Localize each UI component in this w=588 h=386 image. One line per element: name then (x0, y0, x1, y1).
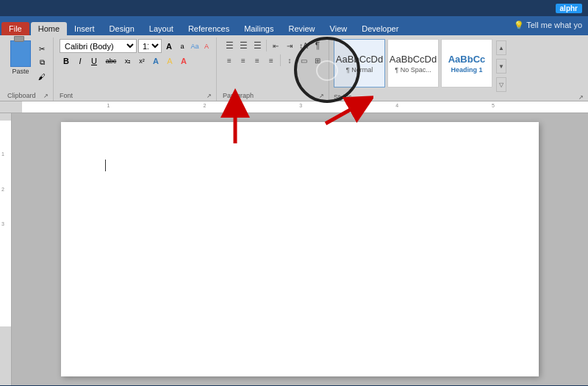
clear-formatting-button[interactable]: A (201, 40, 212, 52)
styles-more[interactable]: ▽ (496, 77, 506, 92)
document-area: 1 2 3 (0, 113, 588, 385)
text-effects-button[interactable]: A (149, 54, 162, 68)
sort-button[interactable]: ↕A (297, 39, 310, 52)
highlight-button[interactable]: A (163, 54, 176, 68)
justify-button[interactable]: ≡ (265, 54, 278, 67)
tab-references[interactable]: References (181, 22, 237, 35)
tell-me-bar[interactable]: 💡 Tell me what yo (514, 21, 582, 30)
tab-layout[interactable]: Layout (142, 22, 181, 35)
clipboard-expand-icon[interactable]: ↗ (43, 93, 49, 99)
tab-review[interactable]: Review (282, 22, 323, 35)
italic-button[interactable]: I (74, 54, 87, 68)
multilevel-button[interactable]: ☰ (251, 39, 264, 52)
paragraph-expand-icon[interactable]: ↗ (319, 93, 324, 99)
tab-file[interactable]: File (1, 22, 29, 35)
paragraph-group: ☰ ☰ ☰ ⇤ ⇥ ↕A ¶ ≡ ≡ ≡ ≡ ↕ ▭ ⊞ Paragraph (218, 37, 329, 101)
strikethrough-button[interactable]: abc (101, 54, 121, 68)
styles-scroll-up[interactable]: ▲ (496, 40, 506, 55)
paste-button[interactable]: Paste (7, 39, 34, 76)
font-color-button[interactable]: A (177, 54, 190, 68)
styles-expand-icon[interactable]: ↗ (578, 94, 584, 101)
tab-mailings[interactable]: Mailings (237, 22, 281, 35)
align-left-button[interactable]: ≡ (223, 54, 236, 67)
brand-badge: alphr (556, 4, 582, 13)
tab-view[interactable]: View (323, 22, 355, 35)
font-group: Calibri (Body) 11 A a Aa A B I U abc x₂ … (55, 37, 217, 101)
font-name-select[interactable]: Calibri (Body) (60, 39, 137, 53)
align-right-button[interactable]: ≡ (251, 54, 264, 67)
tab-insert[interactable]: Insert (67, 22, 102, 35)
bullets-button[interactable]: ☰ (223, 39, 236, 52)
styles-scroll-down[interactable]: ▼ (496, 59, 506, 74)
styles-group: AaBbCcDd ¶ Normal AaBbCcDd ¶ No Spac... … (331, 37, 585, 101)
style-heading1[interactable]: AaBbCc Heading 1 (441, 39, 492, 87)
underline-button[interactable]: U (87, 54, 101, 68)
font-expand-icon[interactable]: ↗ (207, 93, 212, 99)
format-painter-button[interactable]: 🖌 (35, 70, 49, 83)
ruler-vertical: 1 2 3 (0, 113, 12, 385)
bold-button[interactable]: B (60, 54, 73, 68)
align-center-button[interactable]: ≡ (237, 54, 250, 67)
tab-home[interactable]: Home (31, 22, 67, 35)
clipboard-group: Paste ✂ ⧉ 🖌 Clipboard ↗ (3, 37, 54, 101)
increase-indent-button[interactable]: ⇥ (283, 39, 296, 52)
show-paragraph-button[interactable]: ¶ (311, 39, 324, 52)
font-size-select[interactable]: 11 (138, 39, 162, 53)
font-size-up-button[interactable]: A (163, 40, 175, 52)
style-normal[interactable]: AaBbCcDd ¶ Normal (334, 39, 385, 87)
decrease-indent-button[interactable]: ⇤ (269, 39, 282, 52)
tab-design[interactable]: Design (102, 22, 142, 35)
ribbon: Paste ✂ ⧉ 🖌 Clipboard ↗ Calibri (Body) 1… (0, 35, 588, 101)
cut-button[interactable]: ✂ (35, 42, 49, 55)
superscript-button[interactable]: x² (135, 54, 148, 68)
shading-button[interactable]: ▭ (297, 54, 310, 67)
text-cursor (105, 160, 106, 171)
tab-developer[interactable]: Developer (354, 22, 406, 35)
font-aa-select[interactable]: Aa (190, 40, 200, 52)
borders-button[interactable]: ⊞ (311, 54, 324, 67)
subscript-button[interactable]: x₂ (121, 54, 135, 68)
font-size-down-button[interactable]: a (176, 40, 188, 52)
style-no-spacing[interactable]: AaBbCcDd ¶ No Spac... (387, 39, 439, 87)
ruler-horizontal: 1 2 3 4 5 (0, 101, 588, 113)
line-spacing-button[interactable]: ↕ (283, 54, 296, 67)
copy-button[interactable]: ⧉ (35, 56, 49, 69)
document-paper[interactable] (61, 122, 539, 376)
numbering-button[interactable]: ☰ (237, 39, 250, 52)
